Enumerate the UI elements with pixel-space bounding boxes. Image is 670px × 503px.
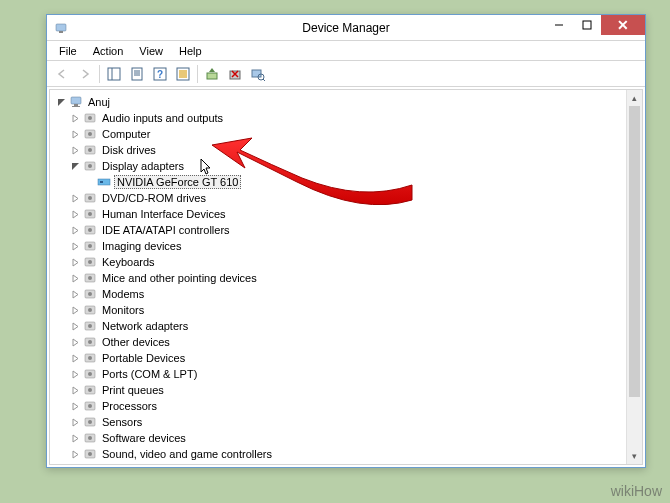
tree-category[interactable]: Computer (54, 126, 626, 142)
tree-category[interactable]: Keyboards (54, 254, 626, 270)
tree-category-label: IDE ATA/ATAPI controllers (100, 224, 232, 236)
svg-rect-19 (71, 97, 81, 104)
tree-category[interactable]: Imaging devices (54, 238, 626, 254)
tree-category[interactable]: IDE ATA/ATAPI controllers (54, 222, 626, 238)
tree-category-label: Modems (100, 288, 146, 300)
expand-icon[interactable] (68, 306, 82, 315)
tree-category-label: Display adapters (100, 160, 186, 172)
tree-category[interactable]: DVD/CD-ROM drives (54, 190, 626, 206)
toolbar: ? (47, 61, 645, 87)
tree-category-label: DVD/CD-ROM drives (100, 192, 208, 204)
svg-rect-21 (72, 106, 80, 107)
tree-category[interactable]: Sensors (54, 414, 626, 430)
svg-rect-0 (56, 24, 66, 31)
tree-category[interactable]: Sound, video and game controllers (54, 446, 626, 462)
expand-icon[interactable] (68, 242, 82, 251)
tree-category[interactable]: Storage controllers (54, 462, 626, 464)
expand-icon[interactable] (68, 386, 82, 395)
svg-point-59 (88, 404, 92, 408)
expand-icon[interactable] (68, 450, 82, 459)
tree-category[interactable]: Disk drives (54, 142, 626, 158)
tree-category[interactable]: Network adapters (54, 318, 626, 334)
back-button (51, 63, 73, 85)
scan-hardware-button[interactable] (247, 63, 269, 85)
tree-category[interactable]: Monitors (54, 302, 626, 318)
computer-icon (68, 94, 84, 110)
device-tree[interactable]: AnujAudio inputs and outputsComputerDisk… (50, 90, 626, 464)
tree-category[interactable]: Portable Devices (54, 350, 626, 366)
tree-device[interactable]: NVIDIA GeForce GT 610 (54, 174, 626, 190)
help-button[interactable]: ? (149, 63, 171, 85)
tree-category-label: Ports (COM & LPT) (100, 368, 199, 380)
tree-category[interactable]: Processors (54, 398, 626, 414)
device-category-icon (82, 334, 98, 350)
titlebar[interactable]: Device Manager ✕ (47, 15, 645, 41)
svg-point-43 (88, 276, 92, 280)
minimize-button[interactable] (545, 15, 573, 35)
tree-category-label: Sensors (100, 416, 144, 428)
expand-icon[interactable] (68, 226, 82, 235)
menu-file[interactable]: File (51, 43, 85, 59)
menu-view[interactable]: View (131, 43, 171, 59)
scroll-track[interactable] (627, 106, 642, 448)
menu-action[interactable]: Action (85, 43, 132, 59)
device-category-icon (82, 158, 98, 174)
svg-rect-31 (100, 181, 103, 183)
svg-point-25 (88, 132, 92, 136)
menu-help[interactable]: Help (171, 43, 210, 59)
scroll-thumb[interactable] (629, 106, 640, 397)
action-button[interactable] (172, 63, 194, 85)
expand-icon[interactable] (68, 130, 82, 139)
svg-point-61 (88, 420, 92, 424)
expand-icon[interactable] (68, 290, 82, 299)
tree-category-label: Imaging devices (100, 240, 184, 252)
tree-category[interactable]: Display adapters (54, 158, 626, 174)
expand-icon[interactable] (68, 338, 82, 347)
tree-category-label: Human Interface Devices (100, 208, 228, 220)
expand-icon[interactable] (68, 354, 82, 363)
expand-icon[interactable] (68, 322, 82, 331)
device-category-icon (82, 414, 98, 430)
tree-category[interactable]: Other devices (54, 334, 626, 350)
tree-root-node[interactable]: Anuj (54, 94, 626, 110)
scroll-up-button[interactable]: ▴ (627, 90, 642, 106)
close-button[interactable]: ✕ (601, 15, 645, 35)
tree-category[interactable]: Print queues (54, 382, 626, 398)
tree-category[interactable]: Mice and other pointing devices (54, 270, 626, 286)
expand-icon[interactable] (68, 274, 82, 283)
tree-category-label: Mice and other pointing devices (100, 272, 259, 284)
tree-category-label: Portable Devices (100, 352, 187, 364)
window-controls: ✕ (545, 15, 645, 35)
device-category-icon (82, 446, 98, 462)
show-hide-tree-button[interactable] (103, 63, 125, 85)
svg-rect-30 (98, 179, 110, 185)
update-driver-button[interactable] (201, 63, 223, 85)
tree-category[interactable]: Audio inputs and outputs (54, 110, 626, 126)
properties-button[interactable] (126, 63, 148, 85)
expand-icon[interactable] (68, 418, 82, 427)
expand-icon[interactable] (68, 370, 82, 379)
expand-icon[interactable] (68, 114, 82, 123)
tree-category[interactable]: Software devices (54, 430, 626, 446)
expand-icon[interactable] (68, 194, 82, 203)
expand-icon[interactable] (68, 402, 82, 411)
tree-category[interactable]: Human Interface Devices (54, 206, 626, 222)
vertical-scrollbar[interactable]: ▴ ▾ (626, 90, 642, 464)
tree-category-label: Software devices (100, 432, 188, 444)
scroll-down-button[interactable]: ▾ (627, 448, 642, 464)
tree-category[interactable]: Ports (COM & LPT) (54, 366, 626, 382)
svg-point-53 (88, 356, 92, 360)
expand-icon[interactable] (68, 210, 82, 219)
expand-icon[interactable] (68, 258, 82, 267)
tree-category[interactable]: Modems (54, 286, 626, 302)
device-manager-window: Device Manager ✕ File Action View Help ?… (46, 14, 646, 468)
uninstall-button[interactable] (224, 63, 246, 85)
expand-icon[interactable] (68, 162, 82, 171)
toolbar-separator (99, 65, 100, 83)
expand-icon[interactable] (54, 98, 68, 107)
maximize-button[interactable] (573, 15, 601, 35)
expand-icon[interactable] (68, 146, 82, 155)
expand-icon[interactable] (68, 434, 82, 443)
watermark: wikiHow (611, 483, 662, 499)
svg-point-47 (88, 308, 92, 312)
